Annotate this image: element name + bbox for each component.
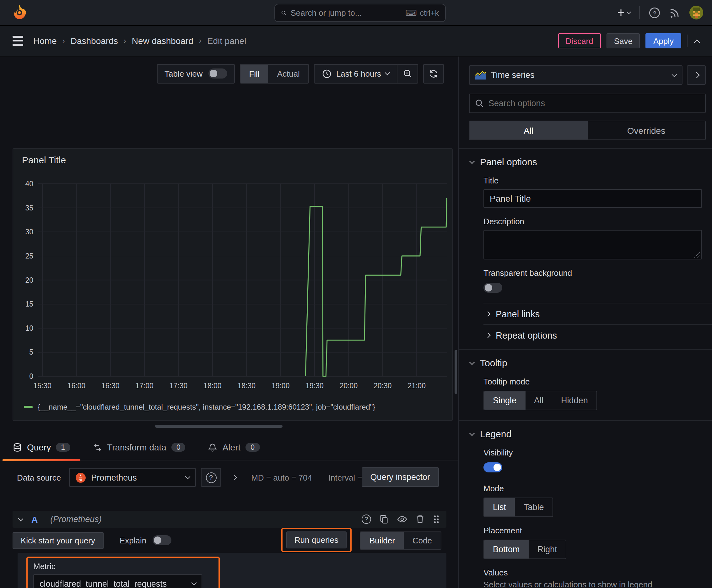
actual-option[interactable]: Actual	[268, 64, 308, 83]
panel-options-sidebar: Time series All Overrides	[459, 57, 712, 588]
tab-all[interactable]: All	[470, 121, 587, 140]
transform-icon	[93, 443, 102, 452]
drag-handle-icon[interactable]	[433, 514, 440, 524]
chart-legend[interactable]: {__name__="cloudflared_tunnel_total_requ…	[24, 403, 375, 412]
metric-select[interactable]: cloudflared_tunnel_total_requests	[33, 574, 202, 588]
main-scrollbar[interactable]	[455, 350, 457, 394]
query-refid: A	[31, 514, 38, 524]
query-tab-bar: Query 1 Transform data 0 Alert 0	[0, 435, 458, 460]
tab-alert[interactable]: Alert 0	[198, 442, 270, 460]
add-menu-button[interactable]	[617, 8, 630, 17]
keyboard-icon: ⌨	[405, 8, 416, 18]
discard-button[interactable]: Discard	[558, 33, 601, 48]
legend-mode-table[interactable]: Table	[515, 498, 553, 517]
tooltip-header[interactable]: Tooltip	[459, 350, 712, 368]
options-search[interactable]	[469, 93, 706, 113]
svg-text:17:00: 17:00	[135, 382, 153, 390]
legend-mode-list[interactable]: List	[484, 498, 515, 517]
breadcrumb-bar: Home › Dashboards › New dashboard › Edit…	[0, 26, 712, 57]
global-search[interactable]: ⌨ ctrl+k	[274, 4, 446, 22]
time-range-label: Last 6 hours	[336, 69, 381, 78]
hide-response-icon[interactable]	[397, 514, 408, 524]
collapse-icon[interactable]	[693, 40, 701, 47]
datasource-help-button[interactable]: ?	[201, 468, 221, 487]
explain-toggle[interactable]	[153, 535, 171, 545]
series-color-swatch	[24, 406, 33, 408]
svg-text:16:30: 16:30	[102, 382, 120, 390]
chart-panel: Panel Title 15:3016:0016:3017:0017:3018:…	[13, 148, 453, 421]
code-option[interactable]: Code	[404, 532, 441, 549]
toggle-options-pane-button[interactable]	[687, 65, 706, 85]
tab-transform-label: Transform data	[107, 442, 166, 452]
svg-text:15:30: 15:30	[33, 382, 51, 390]
datasource-select[interactable]: Prometheus	[69, 468, 196, 487]
plus-icon	[617, 8, 625, 17]
run-queries-highlight: Run queries	[281, 528, 352, 552]
tab-alert-label: Alert	[222, 442, 241, 452]
expand-stats-icon[interactable]	[232, 475, 237, 480]
time-range-button[interactable]: Last 6 hours	[315, 64, 397, 83]
legend-mode-switch: List Table	[483, 498, 554, 517]
collapse-query-icon[interactable]	[18, 516, 24, 521]
breadcrumb-new-dashboard[interactable]: New dashboard	[132, 36, 193, 46]
breadcrumb-home[interactable]: Home	[33, 36, 57, 46]
legend-mode-label: Mode	[483, 484, 702, 493]
transparent-background-label: Transparent background	[483, 268, 702, 278]
menu-toggle-icon[interactable]	[13, 36, 23, 45]
legend-values-hint: Select values or calculations to show in…	[483, 580, 702, 588]
help-button[interactable]: ?	[649, 6, 661, 19]
zoom-out-button[interactable]	[397, 64, 417, 83]
query-inspector-button[interactable]: Query inspector	[361, 467, 439, 487]
legend-placement-right[interactable]: Right	[528, 540, 566, 559]
query-help-icon[interactable]: ?	[362, 514, 371, 524]
run-queries-button[interactable]: Run queries	[286, 531, 347, 548]
grafana-logo[interactable]	[11, 4, 28, 21]
top-nav: ⌨ ctrl+k ?	[0, 0, 712, 26]
query-row-header[interactable]: A (Prometheus) ?	[13, 511, 447, 528]
legend-header[interactable]: Legend	[459, 421, 712, 439]
panel-options-header[interactable]: Panel options	[459, 149, 712, 167]
news-button[interactable]	[669, 7, 681, 18]
duplicate-icon[interactable]	[379, 514, 389, 524]
panel-title-input[interactable]	[483, 189, 702, 208]
resize-handle[interactable]	[155, 425, 283, 428]
transparent-background-toggle[interactable]	[483, 283, 502, 293]
builder-code-switch: Builder Code	[360, 531, 441, 550]
tooltip-hidden-option[interactable]: Hidden	[552, 391, 597, 410]
breadcrumb: Home › Dashboards › New dashboard › Edit…	[33, 36, 246, 46]
options-search-input[interactable]	[489, 99, 699, 108]
repeat-options-section[interactable]: Repeat options	[486, 325, 702, 345]
edit-panel-main: Table view Fill Actual Last 6 hours	[0, 57, 459, 588]
panel-links-section[interactable]: Panel links	[486, 303, 702, 324]
question-circle-icon: ?	[206, 472, 216, 483]
table-view-toggle[interactable]	[208, 68, 227, 79]
visualization-select[interactable]: Time series	[469, 65, 683, 85]
refresh-button[interactable]	[423, 64, 444, 83]
apply-button[interactable]: Apply	[646, 33, 681, 48]
trash-icon[interactable]	[416, 514, 425, 524]
user-avatar[interactable]	[689, 6, 703, 19]
builder-option[interactable]: Builder	[361, 532, 404, 549]
legend-placement-bottom[interactable]: Bottom	[484, 540, 528, 559]
kick-start-button[interactable]: Kick start your query	[13, 532, 103, 549]
tooltip-all-option[interactable]: All	[525, 391, 552, 410]
prometheus-icon	[75, 472, 86, 483]
resize-grip-icon[interactable]	[694, 252, 700, 257]
svg-text:35: 35	[25, 204, 33, 212]
svg-text:10: 10	[25, 324, 33, 332]
tab-transform-count: 0	[171, 443, 186, 452]
breadcrumb-dashboards[interactable]: Dashboards	[71, 36, 118, 46]
legend-visibility-toggle[interactable]	[483, 462, 502, 472]
datasource-label: Data source	[17, 473, 61, 482]
svg-text:40: 40	[25, 180, 33, 188]
fill-option[interactable]: Fill	[240, 64, 268, 83]
tab-overrides[interactable]: Overrides	[587, 121, 705, 140]
tab-query[interactable]: Query 1	[2, 442, 80, 460]
tooltip-single-option[interactable]: Single	[484, 391, 525, 410]
datasource-row: Data source Prometheus ? MD = auto = 704…	[13, 467, 447, 487]
tab-transform[interactable]: Transform data 0	[83, 442, 196, 460]
search-input[interactable]	[290, 8, 401, 18]
clock-icon	[322, 69, 332, 78]
description-textarea[interactable]	[483, 230, 702, 259]
save-button[interactable]: Save	[606, 33, 640, 48]
